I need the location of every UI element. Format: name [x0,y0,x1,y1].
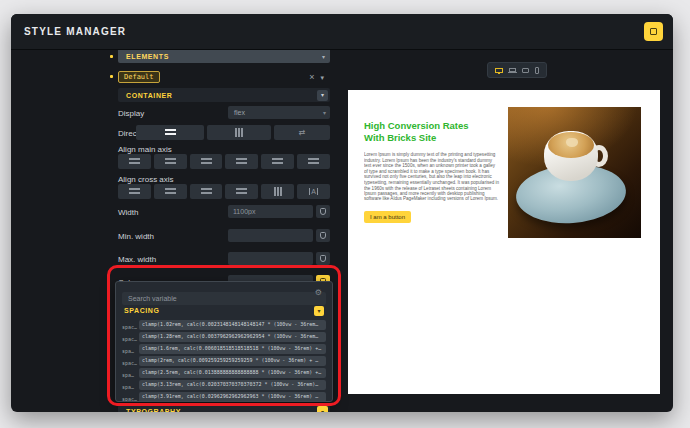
variable-value-chip[interactable]: clamp(1.28rem, calc(0.003796296296296295… [139,332,326,342]
align-main-axis-row [118,154,330,169]
align-main-space-around-button[interactable] [261,154,294,169]
align-main-center-button[interactable] [154,154,187,169]
class-chip-default[interactable]: Default [118,71,160,83]
variable-value-chip[interactable]: clamp(3.13rem, calc(0.020370370370370372… [139,380,326,390]
align-main-end-button[interactable] [190,154,223,169]
chevron-down-icon: ▾ [322,54,325,60]
breakpoint-mobile-icon[interactable] [535,67,539,74]
variable-shield-icon [320,208,326,215]
variable-row[interactable]: spa… clamp(3.13rem, calc(0.0203703703703… [122,379,326,390]
panel-icon [650,28,657,35]
display-select[interactable]: flex ▾ [228,106,330,119]
breakpoint-laptop-icon[interactable] [509,68,516,72]
align-cross-end-button[interactable] [190,184,223,199]
variable-value: clamp(2rem, calc(0.009259259259259259 * … [142,358,318,364]
max-width-label: Max. width [118,255,156,264]
max-width-variable-button[interactable] [316,252,330,265]
window-title: STYLE MANAGER [24,26,126,37]
variable-row[interactable]: spac… clamp(1.02rem, calc(0.002314814814… [122,319,326,330]
align-cross-start-button[interactable] [118,184,151,199]
direction-row-icon [165,129,176,137]
display-value: flex [234,109,323,116]
direction-column-icon [235,128,243,137]
spacing-section-header[interactable]: SPACING ▾ [122,305,326,316]
elements-header-label: ELEMENTS [126,53,322,60]
width-input[interactable] [228,205,313,218]
close-icon[interactable]: × [309,73,314,82]
variable-value: clamp(1.6rem, calc(0.006018518518518518 … [142,346,321,352]
screenshot-stage: STYLE MANAGER ELEMENTS ▾ Default × ▾ CON… [0,0,690,428]
variable-search-input[interactable] [122,292,326,305]
preview-paragraph: Lorem Ipsum is simply dummy text of the … [364,152,500,202]
variable-value-chip[interactable]: clamp(2.5rem, calc(0.013888888888888888 … [139,368,326,378]
gear-icon[interactable]: ⚙ [315,289,322,297]
min-width-variable-button[interactable] [316,229,330,242]
variable-name: spa… [122,372,139,378]
variable-value-chip[interactable]: clamp(3.91rem, calc(0.02962962962962963 … [139,392,326,402]
variable-name: spac… [122,324,139,330]
max-width-input[interactable] [228,252,313,265]
variable-value-chip[interactable]: clamp(1.6rem, calc(0.006018518518518518 … [139,344,326,354]
variable-row[interactable]: spa… clamp(1.6rem, calc(0.00601851851851… [122,343,326,354]
align-main-space-evenly-button[interactable] [297,154,330,169]
variable-row[interactable]: spac… clamp(1.28rem, calc(0.003796296296… [122,331,326,342]
variable-picker-dropdown: ⚙ SPACING ▾ spac… clamp(1.02rem, calc(0.… [115,281,333,402]
direction-row-button[interactable] [136,125,204,140]
typography-header-label: TYPOGRAPHY [126,408,317,412]
stretch-icon [236,188,247,196]
variable-value: clamp(1.02rem, calc(0.002314814814814814… [142,322,318,328]
align-center-icon [165,158,176,166]
variable-name: spa… [122,348,139,354]
typography-section-header[interactable]: TYPOGRAPHY ▾ [118,405,330,412]
variable-row[interactable]: spa… clamp(2.5rem, calc(0.01388888888888… [122,367,326,378]
align-cross-text-button[interactable]: A [297,184,330,199]
space-around-icon [272,158,283,166]
align-cross-center-button[interactable] [154,184,187,199]
variable-value: clamp(2.5rem, calc(0.013888888888888888 … [142,370,321,376]
style-manager-toggle-button[interactable] [644,22,663,41]
align-start-icon [129,188,140,196]
align-start-icon [129,158,140,166]
container-collapse-button[interactable]: ▾ [317,90,328,101]
variable-value: clamp(3.13rem, calc(0.020370370370370372… [142,382,318,388]
variable-name: spac… [122,360,139,366]
active-bullet [110,75,113,78]
breakpoint-tablet-icon[interactable] [522,68,529,73]
direction-column-button[interactable] [207,125,271,140]
style-manager-window: STYLE MANAGER ELEMENTS ▾ Default × ▾ CON… [11,14,673,412]
variable-search-wrap: ⚙ [122,287,326,300]
align-cross-axis-label: Align cross axis [118,175,174,184]
breakpoint-toolbar [487,62,547,78]
preview-button[interactable]: I am a button [364,211,411,223]
variable-value: clamp(3.91rem, calc(0.02962962962962963 … [142,394,318,400]
variable-value-chip[interactable]: clamp(1.02rem, calc(0.002314814814814814… [139,320,326,330]
spacing-collapse-button[interactable]: ▾ [314,306,324,316]
align-cross-stretch-button[interactable] [225,184,258,199]
min-width-input[interactable] [228,229,313,242]
variable-value-chip[interactable]: clamp(2rem, calc(0.009259259259259259 * … [139,356,326,366]
align-main-start-button[interactable] [118,154,151,169]
breakpoint-desktop-icon[interactable] [495,68,503,73]
titlebar: STYLE MANAGER [11,14,673,50]
active-bullet [110,55,113,58]
typography-collapse-button[interactable]: ▾ [317,406,328,412]
variable-row[interactable]: spac… clamp(3.91rem, calc(0.029629629629… [122,391,326,402]
align-end-icon [201,158,212,166]
chevron-down-icon: ▾ [321,92,324,98]
class-states-icon[interactable]: ▾ [320,74,324,81]
elements-section-header[interactable]: ELEMENTS ▾ [118,50,330,63]
align-cross-baseline-button[interactable] [261,184,294,199]
preview-page: High Conversion Rates With Bricks Site L… [348,90,660,394]
spacing-header-label: SPACING [124,307,314,314]
align-center-icon [165,188,176,196]
css-class-row: Default × ▾ [118,70,330,84]
align-main-space-between-button[interactable] [225,154,258,169]
variable-shield-icon [320,232,326,239]
variable-row[interactable]: spac… clamp(2rem, calc(0.009259259259259… [122,355,326,366]
align-cross-axis-row: A [118,184,330,199]
direction-reverse-button[interactable]: ⇄ [274,125,330,140]
coffee-image [508,107,641,238]
width-variable-button[interactable] [316,205,330,218]
container-section-header[interactable]: CONTAINER ▾ [118,88,330,102]
chevron-down-icon: ▾ [323,110,326,116]
